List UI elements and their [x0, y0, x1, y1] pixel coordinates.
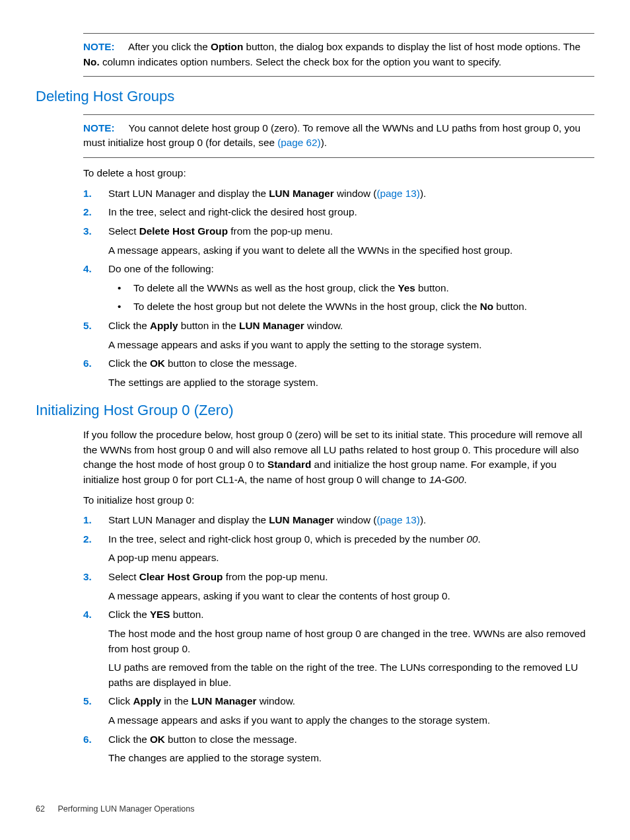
- bullet-list: To delete all the WWNs as well as the ho…: [108, 281, 594, 315]
- page-link[interactable]: (page 13): [376, 514, 419, 525]
- step-5: Click the Apply button in the LUN Manage…: [83, 319, 594, 352]
- step-sub: A message appears, asking if you want to…: [108, 589, 594, 604]
- step-6: Click the OK button to close the message…: [83, 732, 594, 766]
- step-4: Click the YES button. The host mode and …: [83, 607, 594, 690]
- bullet-item: To delete the host group but not delete …: [108, 299, 594, 315]
- section-heading-deleting: Deleting Host Groups: [36, 86, 594, 108]
- step-1: Start LUN Manager and display the LUN Ma…: [83, 513, 594, 528]
- note-bold: Option: [211, 41, 243, 52]
- document-page: NOTE: After you click the Option button,…: [0, 0, 630, 840]
- note-text: button, the dialog box expands to displa…: [243, 41, 580, 52]
- step-2: In the tree, select and right-click host…: [83, 532, 594, 566]
- note-label: NOTE:: [83, 41, 115, 52]
- section-heading-initializing: Initializing Host Group 0 (Zero): [36, 400, 594, 422]
- page-number: 62: [36, 804, 45, 814]
- page-link[interactable]: (page 62): [277, 137, 320, 148]
- intro-paragraph: If you follow the procedure below, host …: [83, 428, 594, 488]
- note-text: ).: [321, 137, 327, 148]
- note-bold: No.: [83, 56, 100, 67]
- note-box-section1: NOTE: You cannot delete host group 0 (ze…: [83, 114, 594, 158]
- step-sub: A message appears, asking if you want to…: [108, 243, 594, 258]
- step-3: Select Clear Host Group from the pop-up …: [83, 570, 594, 603]
- page-footer: 62 Performing LUN Manager Operations: [36, 803, 194, 816]
- step-sub: A message appears and asks if you want t…: [108, 713, 594, 728]
- intro-text: To initialize host group 0:: [83, 493, 594, 508]
- section2-body: If you follow the procedure below, host …: [83, 428, 594, 766]
- note-text: You cannot delete host group 0 (zero). T…: [83, 122, 580, 149]
- step-2: In the tree, select and right-click the …: [83, 205, 594, 220]
- step-3: Select Delete Host Group from the pop-up…: [83, 224, 594, 258]
- step-4: Do one of the following: To delete all t…: [83, 262, 594, 315]
- step-5: Click Apply in the LUN Manager window. A…: [83, 694, 594, 728]
- step-sub: The settings are applied to the storage …: [108, 375, 594, 391]
- bullet-item: To delete all the WWNs as well as the ho…: [108, 281, 594, 296]
- step-sub: The host mode and the host group name of…: [108, 627, 594, 656]
- step-sub: A message appears and asks if you want t…: [108, 338, 594, 353]
- note-box-top: NOTE: After you click the Option button,…: [83, 33, 594, 77]
- step-6: Click the OK button to close the message…: [83, 356, 594, 390]
- ordered-steps: Start LUN Manager and display the LUN Ma…: [83, 513, 594, 766]
- note-text: After you click the: [128, 41, 211, 52]
- footer-title: Performing LUN Manager Operations: [57, 804, 194, 814]
- step-sub: LU paths are removed from the table on t…: [108, 660, 594, 690]
- step-sub: A pop-up menu appears.: [108, 551, 594, 566]
- step-1: Start LUN Manager and display the LUN Ma…: [83, 186, 594, 202]
- ordered-steps: Start LUN Manager and display the LUN Ma…: [83, 186, 594, 391]
- note-label: NOTE:: [83, 122, 115, 134]
- step-sub: The changes are applied to the storage s…: [108, 751, 594, 766]
- section1-body: To delete a host group: Start LUN Manage…: [83, 166, 594, 391]
- page-link[interactable]: (page 13): [376, 188, 419, 199]
- note-text: column indicates option numbers. Select …: [100, 56, 502, 67]
- intro-text: To delete a host group:: [83, 166, 594, 181]
